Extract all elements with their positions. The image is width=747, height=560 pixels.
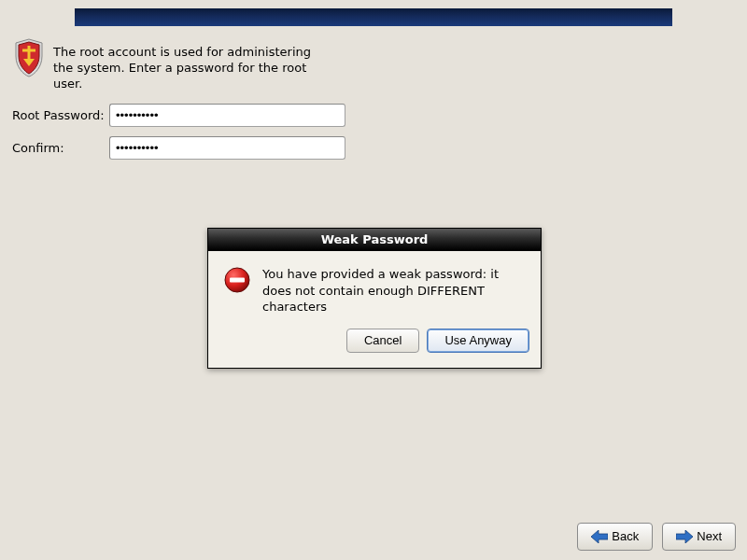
password-label: Root Password:: [12, 108, 109, 122]
next-label: Next: [697, 529, 722, 543]
main-content: The root account is used for administeri…: [12, 37, 735, 169]
next-button[interactable]: Next: [662, 523, 736, 551]
confirm-label: Confirm:: [12, 141, 109, 155]
dialog-title: Weak Password: [208, 229, 541, 251]
header-banner: [75, 8, 672, 26]
dialog-body: You have provided a weak password: it do…: [208, 251, 541, 323]
confirm-row: Confirm:: [12, 136, 735, 160]
bottom-bar: Back Next: [0, 511, 747, 560]
svg-rect-1: [230, 278, 245, 283]
intro-row: The root account is used for administeri…: [12, 37, 735, 92]
confirm-password-input[interactable]: [109, 136, 345, 160]
shield-icon: [12, 37, 46, 78]
arrow-left-icon: [591, 530, 608, 543]
use-anyway-button[interactable]: Use Anyway: [427, 329, 529, 353]
dialog-buttons: Cancel Use Anyway: [208, 323, 541, 368]
dialog-message: You have provided a weak password: it do…: [262, 266, 526, 315]
back-button[interactable]: Back: [577, 523, 653, 551]
cancel-button[interactable]: Cancel: [346, 329, 419, 353]
weak-password-dialog: Weak Password You have provided a weak p…: [207, 228, 542, 369]
intro-text: The root account is used for administeri…: [53, 37, 324, 92]
password-row: Root Password:: [12, 104, 735, 127]
error-icon: [223, 266, 251, 294]
arrow-right-icon: [676, 530, 693, 543]
root-password-input[interactable]: [109, 104, 345, 127]
back-label: Back: [612, 529, 639, 543]
